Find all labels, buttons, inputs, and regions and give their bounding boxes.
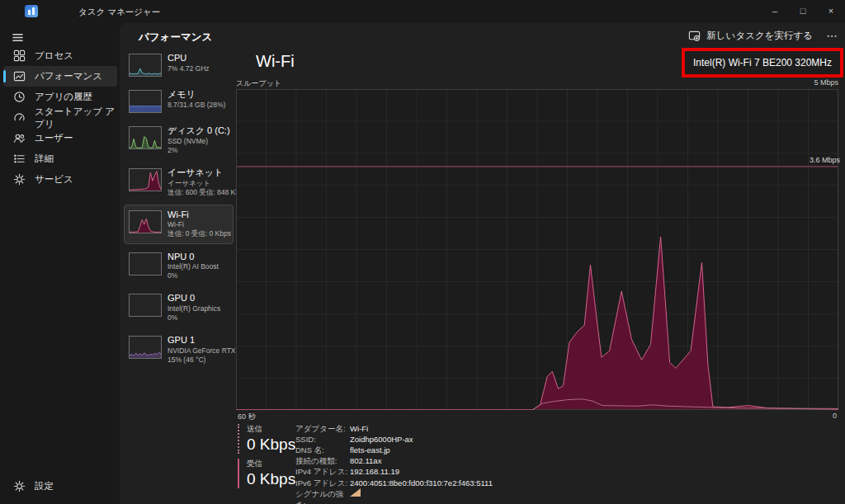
adapter-detail-value: flets-east.jp bbox=[350, 445, 390, 455]
mini-chart-thumbnail bbox=[129, 336, 162, 359]
perf-item-subtitle: Intel(R) AI Boost bbox=[168, 262, 219, 271]
adapter-detail-value: 2400:4051:8be0:fd00:f310:7e2:f463:5111 bbox=[350, 478, 493, 488]
perf-item-text: GPU 1NVIDIA GeForce RTX ...15% (46 °C) bbox=[168, 335, 229, 365]
new-task-icon bbox=[688, 30, 701, 42]
close-button[interactable]: × bbox=[817, 0, 845, 21]
sidebar-item-1[interactable]: パフォーマンス bbox=[3, 66, 117, 87]
mini-chart-thumbnail bbox=[129, 252, 162, 276]
sidebar-item-2[interactable]: アプリの履歴 bbox=[3, 87, 117, 107]
selected-accent-pill bbox=[3, 70, 6, 82]
sidebar-item-label: スタートアップ アプリ bbox=[35, 106, 117, 130]
run-new-task-button[interactable]: 新しいタスクを実行する bbox=[681, 26, 820, 45]
sidebar-item-label: 詳細 bbox=[35, 153, 54, 165]
more-options-button[interactable]: ⋯ bbox=[822, 26, 842, 45]
perf-item-subtitle: 送信: 0 受信: 0 Kbps bbox=[168, 229, 229, 238]
perf-item-text: GPU 0Intel(R) Graphics0% bbox=[168, 293, 220, 323]
perf-item-title: NPU 0 bbox=[168, 252, 219, 263]
sidebar: プロセスパフォーマンスアプリの履歴スタートアップ アプリユーザー詳細サービス 設… bbox=[0, 23, 120, 504]
detail-title: Wi-Fi bbox=[256, 52, 295, 71]
perf-item-ディスク-0-(c:)[interactable]: ディスク 0 (C:)SSD (NVMe)2% bbox=[124, 120, 234, 160]
page-title: パフォーマンス bbox=[139, 31, 212, 45]
receive-metric: 受信 0 Kbps bbox=[238, 459, 295, 488]
send-metric: 送信 0 Kbps bbox=[238, 424, 295, 454]
perf-item-イーサネット[interactable]: イーサネットイーサネット送信: 600 受信: 848 Kb bbox=[124, 163, 234, 202]
y-max-label: 5 Mbps bbox=[814, 78, 838, 89]
adapter-detail-row: アダプター名:Wi-Fi bbox=[295, 423, 493, 434]
chart-top-labels: スループット 5 Mbps bbox=[236, 78, 838, 89]
adapter-detail-label: アダプター名: bbox=[295, 423, 350, 434]
sidebar-item-0[interactable]: プロセス bbox=[3, 45, 117, 66]
sidebar-item-label: アプリの履歴 bbox=[35, 91, 92, 103]
perf-item-メモリ[interactable]: メモリ8.7/31.4 GB (28%) bbox=[124, 84, 234, 118]
sidebar-item-label: プロセス bbox=[35, 49, 73, 62]
sidebar-nav: プロセスパフォーマンスアプリの履歴スタートアップ アプリユーザー詳細サービス bbox=[3, 45, 117, 190]
perf-item-text: Wi-FiWi-Fi送信: 0 受信: 0 Kbps bbox=[168, 210, 229, 239]
marker-value-label: 3.6 Mbps bbox=[810, 156, 840, 164]
adapter-details-table: アダプター名:Wi-FiSSID:Zoidhp6000HP-axDNS 名:fl… bbox=[295, 423, 493, 504]
mini-chart-thumbnail bbox=[129, 126, 162, 149]
wifi-detail-panel: Wi-Fi Intel(R) Wi-Fi 7 BE200 320MHz スループ… bbox=[234, 48, 845, 504]
perf-item-subtitle: イーサネット bbox=[168, 179, 229, 188]
adapter-detail-value: 192.168.11.19 bbox=[350, 466, 399, 477]
run-new-task-label: 新しいタスクを実行する bbox=[706, 30, 813, 42]
maximize-button[interactable]: □ bbox=[789, 0, 817, 21]
perf-item-subtitle: SSD (NVMe) bbox=[168, 137, 229, 146]
perf-item-title: GPU 1 bbox=[168, 335, 229, 346]
startup-apps-icon bbox=[13, 111, 26, 124]
network-stats: 送信 0 Kbps 受信 0 Kbps アダプター名:Wi-FiSSID:Zoi… bbox=[236, 422, 845, 504]
minimize-button[interactable]: – bbox=[761, 0, 789, 21]
window-title: タスク マネージャー bbox=[78, 7, 160, 18]
perf-item-npu-0[interactable]: NPU 0Intel(R) AI Boost0% bbox=[124, 247, 234, 286]
adapter-detail-row: IPv6 アドレス:2400:4051:8be0:fd00:f310:7e2:f… bbox=[295, 478, 493, 488]
adapter-detail-row: シグナルの強さ: bbox=[295, 488, 493, 504]
hamburger-menu-icon[interactable] bbox=[7, 27, 28, 47]
main-panel: パフォーマンス 新しいタスクを実行する ⋯ CPU7% 4.72 GHzメモリ8… bbox=[120, 23, 845, 504]
sidebar-settings-label: 設定 bbox=[35, 480, 54, 492]
adapter-detail-label: IPv6 アドレス: bbox=[295, 478, 350, 488]
window-controls: – □ × bbox=[761, 0, 845, 21]
adapter-name-label: Intel(R) Wi-Fi 7 BE200 320MHz bbox=[693, 57, 832, 68]
perf-item-text: ディスク 0 (C:)SSD (NVMe)2% bbox=[168, 125, 229, 155]
sidebar-item-4[interactable]: ユーザー bbox=[3, 128, 117, 148]
sidebar-item-label: パフォーマンス bbox=[35, 70, 102, 82]
perf-item-text: NPU 0Intel(R) AI Boost0% bbox=[168, 252, 219, 281]
adapter-detail-row: IPv4 アドレス:192.168.11.19 bbox=[295, 466, 493, 477]
perf-item-subtitle: 8.7/31.4 GB (28%) bbox=[168, 101, 225, 110]
adapter-detail-label: シグナルの強さ: bbox=[295, 488, 350, 504]
perf-item-subtitle: 2% bbox=[168, 146, 229, 155]
perf-item-gpu-0[interactable]: GPU 0Intel(R) Graphics0% bbox=[124, 288, 234, 327]
perf-item-subtitle: 15% (46 °C) bbox=[168, 356, 229, 365]
perf-item-text: CPU7% 4.72 GHz bbox=[168, 53, 210, 73]
mini-chart-thumbnail bbox=[129, 210, 162, 233]
perf-item-gpu-1[interactable]: GPU 1NVIDIA GeForce RTX ...15% (46 °C) bbox=[124, 330, 234, 370]
sidebar-item-6[interactable]: サービス bbox=[3, 169, 117, 190]
adapter-detail-value bbox=[350, 488, 361, 504]
mini-chart-thumbnail bbox=[129, 54, 162, 77]
perf-item-title: CPU bbox=[168, 53, 210, 64]
adapter-name-highlight-box: Intel(R) Wi-Fi 7 BE200 320MHz bbox=[682, 48, 843, 78]
performance-list: CPU7% 4.72 GHzメモリ8.7/31.4 GB (28%)ディスク 0… bbox=[124, 48, 234, 370]
adapter-detail-row: SSID:Zoidhp6000HP-ax bbox=[295, 434, 493, 445]
services-icon bbox=[13, 173, 26, 186]
perf-item-subtitle: Intel(R) Graphics bbox=[168, 304, 220, 313]
mini-chart-thumbnail bbox=[129, 294, 162, 317]
task-manager-app-icon bbox=[25, 5, 38, 17]
sidebar-item-5[interactable]: 詳細 bbox=[3, 148, 117, 169]
perf-item-subtitle: 送信: 600 受信: 848 Kb bbox=[168, 188, 229, 197]
adapter-detail-value: Wi-Fi bbox=[350, 423, 368, 434]
perf-item-cpu[interactable]: CPU7% 4.72 GHz bbox=[124, 48, 234, 82]
perf-item-wi-fi[interactable]: Wi-FiWi-Fi送信: 0 受信: 0 Kbps bbox=[124, 205, 234, 244]
app-history-icon bbox=[13, 91, 26, 103]
perf-item-subtitle: NVIDIA GeForce RTX ... bbox=[168, 346, 229, 356]
send-value: 0 Kbps bbox=[247, 436, 295, 454]
perf-item-text: メモリ8.7/31.4 GB (28%) bbox=[168, 89, 225, 110]
adapter-detail-label: 接続の種類: bbox=[295, 455, 350, 466]
perf-item-text: イーサネットイーサネット送信: 600 受信: 848 Kb bbox=[168, 167, 229, 197]
sidebar-item-label: ユーザー bbox=[35, 132, 73, 144]
receive-value: 0 Kbps bbox=[247, 470, 295, 488]
sidebar-item-settings[interactable]: 設定 bbox=[3, 476, 117, 497]
sidebar-item-3[interactable]: スタートアップ アプリ bbox=[3, 107, 117, 128]
gear-icon bbox=[13, 480, 26, 492]
adapter-detail-row: DNS 名:flets-east.jp bbox=[295, 445, 493, 455]
receive-label: 受信 bbox=[247, 459, 295, 469]
